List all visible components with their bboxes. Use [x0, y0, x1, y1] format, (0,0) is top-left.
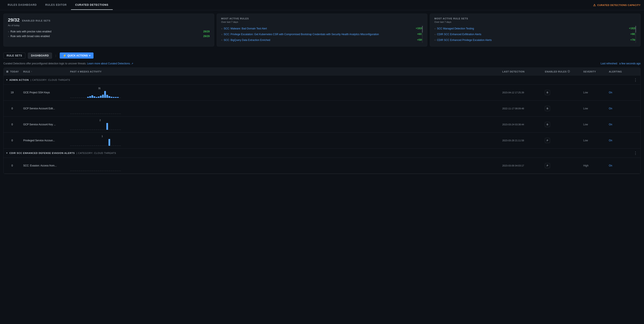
th-past4weeks: PAST 4 WEEKS ACTIVITY	[68, 68, 500, 75]
rule-sets-precise-label: Rule sets with precise rules enabled	[10, 30, 51, 33]
refresh-time: a few seconds ago	[619, 62, 640, 65]
td-last-detection: 2023-03-24 03:38:44	[500, 121, 542, 128]
td-chart	[68, 100, 500, 116]
rule-sets-broad-count: 29/29	[203, 35, 210, 38]
td-alerting: On	[606, 120, 632, 128]
external-link-icon: ↗	[131, 62, 133, 65]
rule-sets-precise-count: 29/29	[203, 30, 210, 33]
chevron-down-icon[interactable]: ▾	[6, 152, 8, 154]
group-label: CDIR SCC ENHANCED DEFENSE EVASION ALERTS	[10, 152, 75, 154]
th-rule[interactable]: RULE ↑	[21, 68, 68, 75]
rule-sets-button[interactable]: RULE SETS	[4, 53, 25, 58]
td-alerting: On	[606, 162, 632, 170]
mini-bar-chart	[70, 138, 497, 146]
bullet-icon: ○	[434, 39, 436, 41]
rules-table: ⊠ TODAY RULE ↑ PAST 4 WEEKS ACTIVITY LAS…	[4, 68, 640, 174]
td-badge: P	[542, 160, 581, 171]
card-enabled-rule-sets: 29/32 ENABLED RULE SETS As of today ○ Ru…	[4, 14, 214, 46]
badge-p: P	[545, 163, 550, 168]
chevron-down-icon[interactable]: ▾	[6, 78, 8, 82]
active-ruleset-link[interactable]: SCC Managed Detection Testing	[437, 27, 474, 30]
table-row: 0 GCP Service Account Edit... 2022-11-17…	[4, 100, 640, 116]
most-active-rules-title: MOST ACTIVE RULES	[221, 17, 423, 20]
enabled-rule-sets-sub: As of today	[8, 24, 210, 27]
table-row: 0 SCC: Evasion: Access from... 2023-03-0…	[4, 158, 640, 174]
top-nav: RULES DASHBOARD RULES EDITOR CURATED DET…	[0, 0, 644, 10]
td-row-more	[632, 90, 640, 95]
most-active-rule-sets-title: MOST ACTIVE RULE SETS	[434, 17, 636, 20]
mini-bar-chart	[70, 163, 497, 171]
td-today: 19	[4, 88, 21, 96]
group-more-icon[interactable]: ⋮	[634, 151, 638, 156]
collapse-all-icon[interactable]: ⊠	[6, 70, 8, 73]
td-rule: GCE Project SSH Keys	[21, 88, 68, 96]
badge-p: P	[545, 138, 550, 143]
active-ruleset-link[interactable]: CDIR SCC Enhanced Exfiltration Alerts	[437, 32, 481, 36]
td-severity: Low	[581, 88, 606, 96]
table-row: 0 Privileged Service Accoun... 1 2023-03…	[4, 132, 640, 148]
td-rule: GCP Service Account Edit...	[21, 104, 68, 112]
rule-sets-broad-label: Rule sets with broad rules enabled	[10, 35, 50, 38]
lightning-icon: ⚡	[63, 54, 66, 57]
list-item: ○ SCC: Privilege Escalation: Get Kuberne…	[221, 32, 423, 37]
group-label: ADMIN ACTION	[10, 79, 29, 81]
bullet-icon: ○	[434, 28, 436, 30]
active-ruleset-count: +1828	[629, 27, 636, 30]
td-badge: B	[542, 119, 581, 130]
td-severity: Low	[581, 120, 606, 128]
group-row-cdir-defense: ▾ CDIR SCC ENHANCED DEFENSE EVASION ALER…	[4, 148, 640, 158]
tab-rules-dashboard[interactable]: RULES DASHBOARD	[4, 0, 41, 10]
bullet-icon: ○	[221, 28, 222, 30]
chart-peak-label: 1	[102, 135, 103, 138]
td-alerting: On	[606, 136, 632, 144]
chart-peak-label: 31	[98, 87, 100, 90]
info-text: Curated Detections offer preconfigured d…	[4, 62, 133, 65]
enabled-rule-sets-label: ENABLED RULE SETS	[22, 20, 50, 22]
tab-curated-detections[interactable]: CURATED DETECTIONS	[71, 0, 113, 10]
sort-asc-icon: ↑	[31, 70, 32, 73]
td-today: 0	[4, 120, 21, 128]
active-ruleset-link[interactable]: CDIR SCC Enhanced Privilege Escalation A…	[437, 38, 492, 42]
list-item: ○ CDIR SCC Enhanced Exfiltration Alerts …	[434, 32, 636, 37]
nav-alert: ⚠ CURATED DETECTIONS CAPACITY	[593, 4, 640, 7]
refresh-info: Last refreshed: a few seconds ago	[601, 62, 640, 65]
quick-actions-label: QUICK ACTIONS	[68, 54, 88, 57]
td-row-more	[632, 122, 640, 127]
active-rule-link[interactable]: SCC: BigQuery Data Extraction Enriched	[224, 38, 270, 42]
td-severity: Low	[581, 104, 606, 112]
active-rule-link[interactable]: SCC: Privilege Escalation: Get Kubernete…	[224, 32, 379, 36]
list-item: ○ Rule sets with precise rules enabled 2…	[8, 29, 210, 34]
tab-rules-editor[interactable]: RULES EDITOR	[41, 0, 71, 10]
info-icon[interactable]: ⓘ	[568, 70, 570, 73]
td-today: 0	[4, 136, 21, 144]
th-alerting: ALERTING	[606, 68, 632, 75]
mini-bar-chart	[70, 90, 497, 98]
cards-row: 29/32 ENABLED RULE SETS As of today ○ Ru…	[0, 10, 644, 50]
td-row-more	[632, 163, 640, 168]
list-item: ○ CDIR SCC Enhanced Privilege Escalation…	[434, 37, 636, 43]
td-chart: 31	[68, 84, 500, 100]
badge-b: B	[545, 106, 550, 111]
group-category: | Category: Cloud Threats	[76, 152, 116, 154]
th-actions	[632, 68, 640, 75]
info-bar: Curated Detections offer preconfigured d…	[0, 61, 644, 68]
td-today: 0	[4, 104, 21, 112]
th-last-detection: LAST DETECTION	[500, 68, 542, 75]
dashboard-button[interactable]: DASHBOARD	[28, 53, 52, 58]
active-rule-link[interactable]: SCC: Malware: Bad Domain Test Alert	[224, 27, 267, 30]
td-severity: High	[581, 162, 606, 170]
warning-icon: ⚠	[593, 4, 596, 7]
td-alerting: On	[606, 88, 632, 96]
th-severity: SEVERITY	[581, 68, 606, 75]
td-row-more	[632, 106, 640, 111]
bullet-icon: ○	[8, 35, 9, 38]
td-badge: B	[542, 104, 581, 114]
group-more-icon[interactable]: ⋮	[634, 78, 638, 82]
td-rule: GCP Service Account Key ...	[21, 120, 68, 128]
badge-b: B	[545, 90, 550, 95]
learn-more-link[interactable]: Learn more about Curated Detections. ↗	[87, 62, 133, 65]
mini-bar-chart	[70, 122, 497, 130]
td-last-detection: 2023-04-12 17:25:39	[500, 89, 542, 96]
quick-actions-button[interactable]: ⚡ QUICK ACTIONS ▾	[60, 52, 94, 58]
list-item: ○ SCC Managed Detection Testing +1828	[434, 26, 636, 32]
